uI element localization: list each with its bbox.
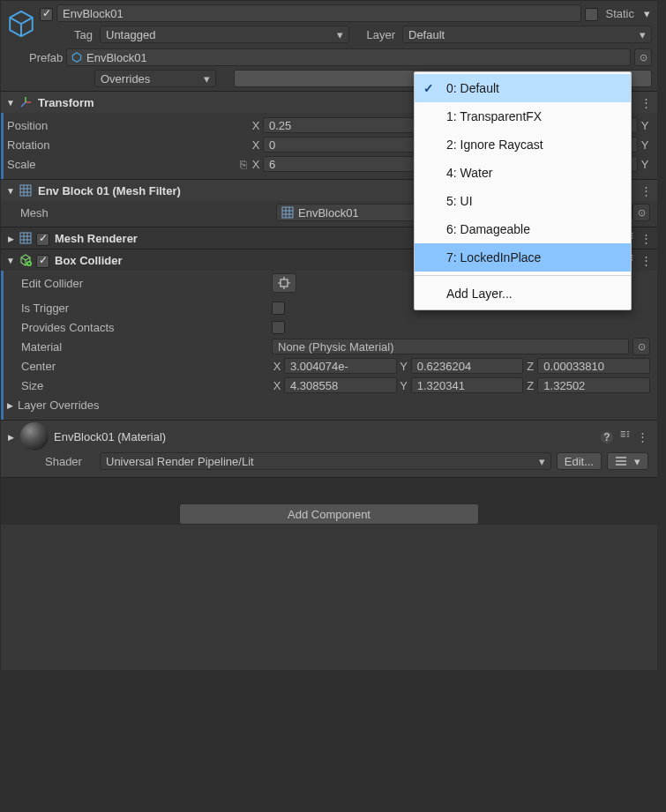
static-checkbox[interactable] xyxy=(585,8,598,21)
layer-option-lockedinplace[interactable]: 7: LockedInPlace xyxy=(415,243,631,272)
edit-collider-button[interactable] xyxy=(272,273,296,293)
meshrenderer-menu[interactable] xyxy=(640,232,652,245)
svg-rect-0 xyxy=(20,185,31,196)
size-x[interactable]: 4.308558 xyxy=(284,377,397,393)
gameobject-icon[interactable] xyxy=(6,9,36,39)
layer-popup-separator xyxy=(415,275,631,276)
layer-option-ui[interactable]: 5: UI xyxy=(415,187,631,215)
override-indicator xyxy=(1,113,4,179)
override-indicator xyxy=(1,271,4,420)
svg-rect-1 xyxy=(282,207,293,218)
static-label[interactable]: Static xyxy=(605,7,634,20)
edit-collider-label: Edit Collider xyxy=(7,277,272,290)
center-x[interactable]: 3.004074e- xyxy=(284,358,397,374)
svg-rect-4 xyxy=(281,279,288,287)
layer-option-add-layer[interactable]: Add Layer... xyxy=(415,279,631,308)
layer-overrides-label[interactable]: Layer Overrides xyxy=(18,399,99,412)
transform-menu[interactable] xyxy=(640,96,652,109)
is-trigger-checkbox[interactable] xyxy=(272,302,285,315)
material-preset[interactable] xyxy=(618,429,631,444)
scale-link-icon[interactable]: ⎘ xyxy=(236,158,251,171)
material-foldout[interactable] xyxy=(6,432,15,442)
layer-dropdown[interactable]: Default xyxy=(402,26,652,43)
boxcollider-menu[interactable] xyxy=(640,254,652,267)
size-z[interactable]: 1.32502 xyxy=(537,377,650,393)
material-help[interactable] xyxy=(601,430,613,443)
boxcollider-enabled-checkbox[interactable] xyxy=(36,255,49,268)
meshrenderer-enabled-checkbox[interactable] xyxy=(36,233,49,246)
layer-dropdown-popup: 0: Default 1: TransparentFX 2: Ignore Ra… xyxy=(414,71,632,310)
meshrenderer-title: Mesh Renderer xyxy=(55,232,138,245)
prefab-asset-name: EnvBlock01 xyxy=(86,51,147,64)
material-preview-icon xyxy=(20,422,49,451)
prefab-asset-field[interactable]: EnvBlock01 xyxy=(66,48,631,66)
transform-icon xyxy=(19,95,33,109)
transform-title: Transform xyxy=(38,96,94,109)
overrides-dropdown[interactable]: Overrides xyxy=(94,70,216,87)
center-z[interactable]: 0.00033810 xyxy=(537,358,650,374)
physic-material-field[interactable]: None (Physic Material) xyxy=(272,339,629,354)
transform-foldout[interactable] xyxy=(6,98,15,108)
prefab-object-picker[interactable] xyxy=(634,48,652,66)
svg-rect-2 xyxy=(20,233,31,243)
rotation-label: Rotation xyxy=(7,138,251,152)
layer-option-default[interactable]: 0: Default xyxy=(415,74,631,102)
shader-edit-button[interactable]: Edit... xyxy=(557,452,602,470)
meshfilter-title: Env Block 01 (Mesh Filter) xyxy=(38,184,181,197)
meshrenderer-icon xyxy=(19,231,33,245)
center-y[interactable]: 0.6236204 xyxy=(411,358,524,374)
boxcollider-icon xyxy=(19,253,33,267)
layer-option-transparentfx[interactable]: 1: TransparentFX xyxy=(415,102,631,130)
layer-option-water[interactable]: 4: Water xyxy=(415,159,631,187)
gameobject-name-field[interactable]: EnvBlock01 xyxy=(56,4,581,22)
mesh-value: EnvBlock01 xyxy=(298,206,359,220)
physic-material-picker[interactable] xyxy=(632,338,650,355)
layer-overrides-foldout[interactable] xyxy=(7,400,18,410)
material-title[interactable]: EnvBlock01 (Material) xyxy=(54,430,166,443)
scale-label: Scale ⎘ xyxy=(7,158,251,171)
shader-label: Shader xyxy=(45,455,94,468)
material-menu[interactable] xyxy=(636,430,648,443)
provides-contacts-checkbox[interactable] xyxy=(272,321,285,334)
shader-menu-button[interactable] xyxy=(607,452,648,470)
layer-option-damageable[interactable]: 6: Damageable xyxy=(415,215,631,243)
mesh-object-picker[interactable] xyxy=(632,204,650,221)
size-label: Size xyxy=(7,379,272,392)
is-trigger-label: Is Trigger xyxy=(7,302,272,315)
boxcollider-foldout[interactable] xyxy=(6,256,15,265)
mesh-label: Mesh xyxy=(20,206,276,220)
meshfilter-icon xyxy=(19,183,33,197)
provides-contacts-label: Provides Contacts xyxy=(7,321,272,334)
tag-dropdown[interactable]: Untagged xyxy=(100,26,349,43)
boxcollider-title: Box Collider xyxy=(55,254,123,267)
static-dropdown-arrow[interactable] xyxy=(641,7,652,20)
shader-dropdown[interactable]: Universal Render Pipeline/Lit xyxy=(100,452,551,470)
center-label: Center xyxy=(7,360,272,373)
layer-option-ignore-raycast[interactable]: 2: Ignore Raycast xyxy=(415,130,631,159)
meshfilter-foldout[interactable] xyxy=(6,186,15,196)
active-checkbox[interactable] xyxy=(40,8,53,21)
prefab-label: Prefab xyxy=(6,51,63,64)
position-label: Position xyxy=(7,119,251,132)
tag-label: Tag xyxy=(40,28,96,41)
meshfilter-menu[interactable] xyxy=(640,184,652,197)
size-y[interactable]: 1.320341 xyxy=(411,377,524,393)
meshrenderer-foldout[interactable] xyxy=(6,234,15,243)
add-component-button[interactable]: Add Component xyxy=(179,503,479,525)
physic-material-label: Material xyxy=(7,340,272,354)
layer-label: Layer xyxy=(353,28,399,41)
